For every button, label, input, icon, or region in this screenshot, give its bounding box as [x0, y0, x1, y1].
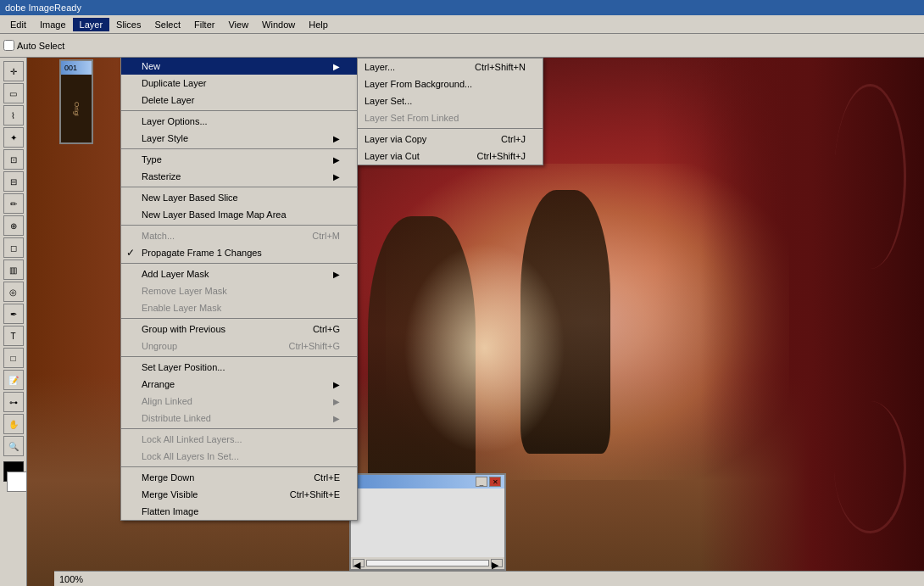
preview-minimize-btn[interactable]: _ — [476, 477, 487, 487]
layer-menu-group-label: Group with Previous — [142, 324, 225, 334]
title-bar: dobe ImageReady — [0, 0, 924, 15]
layer-menu-distribute[interactable]: Distribute Linked ▶ — [121, 410, 357, 427]
new-layer-set[interactable]: Layer Set... — [358, 92, 543, 109]
sep5 — [121, 263, 357, 264]
zoom-level: 100% — [59, 574, 83, 584]
tool-lasso[interactable]: ⌇ — [3, 105, 24, 126]
layer-menu-delete-label: Delete Layer — [142, 95, 194, 105]
layer-menu-ungroup[interactable]: Ungroup Ctrl+Shift+G — [121, 338, 357, 354]
tool-notes[interactable]: 📝 — [3, 370, 24, 390]
tool-text[interactable]: T — [3, 326, 24, 346]
layer-menu-arrange[interactable]: Arrange ▶ — [121, 376, 357, 393]
layer-menu-enablemask-label: Enable Layer Mask — [142, 303, 221, 313]
tool-crop[interactable]: ⊡ — [3, 149, 24, 170]
auto-select-label: Auto Select — [17, 41, 64, 51]
layer-menu-removemask-label: Remove Layer Mask — [142, 286, 227, 296]
sep3 — [121, 187, 357, 187]
color-bg[interactable] — [7, 472, 27, 492]
layer-menu-group[interactable]: Group with Previous Ctrl+G — [121, 321, 357, 338]
tool-eyedropper[interactable]: ⊶ — [3, 392, 24, 412]
new-layer-frombg-label: Layer From Background... — [365, 79, 472, 89]
layer-menu-mergevisible-label: Merge Visible — [142, 489, 198, 499]
new-layer-setlinked[interactable]: Layer Set From Linked — [358, 109, 543, 126]
layer-menu-mergevisible[interactable]: Merge Visible Ctrl+Shift+E — [121, 486, 357, 503]
layer-menu-newslice[interactable]: New Layer Based Slice — [121, 189, 357, 206]
layer-menu-align[interactable]: Align Linked ▶ — [121, 393, 357, 410]
sep6 — [121, 318, 357, 319]
layer-menu-rasterize[interactable]: Rasterize ▶ — [121, 168, 357, 185]
new-layer-label: Layer... — [365, 62, 395, 72]
sep4 — [121, 225, 357, 226]
new-layer-frombg[interactable]: Layer From Background... — [358, 75, 543, 92]
new-layer-viacopy[interactable]: Layer via Copy Ctrl+J — [358, 131, 543, 148]
layer-menu-style[interactable]: Layer Style ▶ — [121, 130, 357, 147]
preview-scroll-left[interactable]: ◀ — [353, 559, 365, 567]
preview-scrollbar[interactable] — [366, 560, 489, 566]
sub-window: 001 Origi — [59, 59, 93, 144]
tool-blur[interactable]: ◎ — [3, 282, 24, 302]
submenu-sep1 — [358, 128, 543, 129]
tool-magic-wand[interactable]: ✦ — [3, 127, 24, 148]
menu-help[interactable]: Help — [302, 18, 335, 31]
menu-filter[interactable]: Filter — [187, 18, 221, 31]
menu-slices[interactable]: Slices — [109, 18, 148, 31]
new-layer-viacut[interactable]: Layer via Cut Ctrl+Shift+J — [358, 148, 543, 165]
tool-shape[interactable]: □ — [3, 348, 24, 368]
layer-menu-match-shortcut: Ctrl+M — [295, 231, 340, 241]
new-layer-viacopy-label: Layer via Copy — [365, 134, 426, 144]
menu-image[interactable]: Image — [33, 18, 73, 31]
preview-window-controls: _ ✕ — [476, 477, 501, 487]
tool-eraser[interactable]: ◻ — [3, 237, 24, 258]
preview-scroll-right[interactable]: ▶ — [491, 559, 503, 567]
preview-close-btn[interactable]: ✕ — [489, 477, 501, 487]
layer-menu-propagate[interactable]: ✓ Propagate Frame 1 Changes — [121, 244, 357, 261]
sub-window-tab: Origi — [73, 102, 81, 116]
preview-title-bar: _ ✕ — [351, 475, 504, 488]
new-layer[interactable]: Layer... Ctrl+Shift+N — [358, 59, 543, 75]
menu-layer[interactable]: Layer — [73, 18, 110, 31]
layer-menu-flatten-label: Flatten Image — [142, 506, 198, 516]
layer-menu-addmask[interactable]: Add Layer Mask ▶ — [121, 265, 357, 282]
layer-menu-align-label: Align Linked — [142, 396, 192, 406]
tool-move[interactable]: ✛ — [3, 61, 24, 81]
layer-menu-new[interactable]: New ▶ Layer... Ctrl+Shift+N Layer From B… — [121, 58, 357, 75]
tool-brush[interactable]: ✏ — [3, 193, 24, 214]
layer-menu-type-label: Type — [142, 154, 162, 165]
layer-menu-addmask-label: Add Layer Mask — [142, 269, 209, 279]
layer-menu-delete[interactable]: Delete Layer — [121, 92, 357, 109]
menu-select[interactable]: Select — [148, 18, 187, 31]
layer-menu-mergedown-label: Merge Down — [142, 472, 194, 483]
tool-hand[interactable]: ✋ — [3, 414, 24, 434]
layer-menu-lockset[interactable]: Lock All Layers In Set... — [121, 448, 357, 465]
layer-menu-newmap[interactable]: New Layer Based Image Map Area — [121, 206, 357, 223]
tool-gradient[interactable]: ▥ — [3, 260, 24, 280]
layer-menu-removemask[interactable]: Remove Layer Mask — [121, 282, 357, 299]
tool-marquee[interactable]: ▭ — [3, 83, 24, 103]
auto-select-checkbox[interactable]: Auto Select — [3, 40, 64, 51]
menu-edit[interactable]: Edit — [3, 18, 33, 31]
layer-menu-locklinked[interactable]: Lock All Linked Layers... — [121, 431, 357, 448]
layer-menu-flatten[interactable]: Flatten Image — [121, 503, 357, 520]
layer-menu-mergedown[interactable]: Merge Down Ctrl+E — [121, 469, 357, 486]
layer-menu-type[interactable]: Type ▶ — [121, 151, 357, 168]
tool-pen[interactable]: ✒ — [3, 304, 24, 324]
new-layer-setlinked-label: Layer Set From Linked — [365, 113, 459, 123]
layer-menu-lockset-label: Lock All Layers In Set... — [142, 451, 239, 461]
sep1 — [121, 110, 357, 111]
layer-menu-duplicate[interactable]: Duplicate Layer — [121, 75, 357, 92]
tool-zoom[interactable]: 🔍 — [3, 436, 24, 456]
layer-menu-dropdown: New ▶ Layer... Ctrl+Shift+N Layer From B… — [120, 58, 358, 521]
layer-menu-enablemask[interactable]: Enable Layer Mask — [121, 299, 357, 316]
menu-view[interactable]: View — [221, 18, 255, 31]
layer-menu-newslice-label: New Layer Based Slice — [142, 193, 238, 203]
tool-slice[interactable]: ⊟ — [3, 171, 24, 192]
status-bar: 100% — [54, 571, 924, 586]
layer-menu-setpos[interactable]: Set Layer Position... — [121, 359, 357, 376]
layer-menu-rasterize-label: Rasterize — [142, 171, 181, 181]
layer-menu-distribute-arrow: ▶ — [333, 414, 340, 423]
main-area: ✛ ▭ ⌇ ✦ ⊡ ⊟ ✏ ⊕ ◻ ▥ ◎ ✒ T □ 📝 ⊶ ✋ 🔍 — [0, 58, 924, 586]
layer-menu-match[interactable]: Match... Ctrl+M — [121, 227, 357, 244]
layer-menu-options[interactable]: Layer Options... — [121, 113, 357, 130]
tool-stamp[interactable]: ⊕ — [3, 215, 24, 236]
menu-window[interactable]: Window — [255, 18, 302, 31]
